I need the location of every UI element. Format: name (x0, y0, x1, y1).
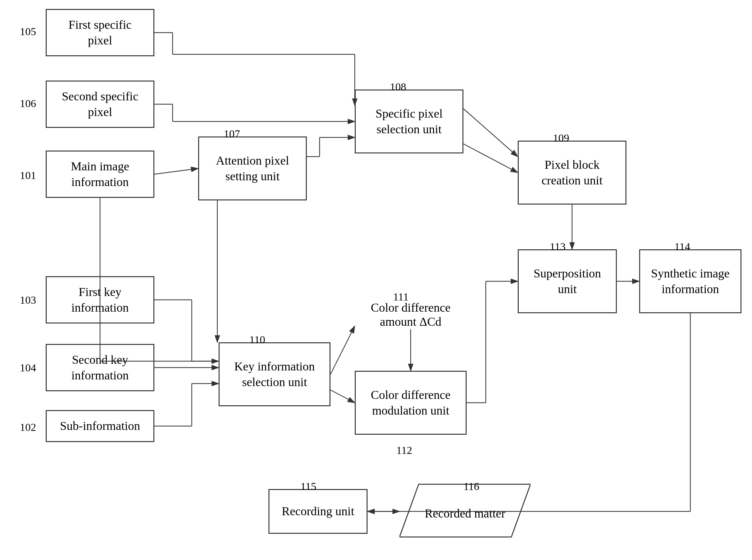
svg-line-15 (463, 144, 518, 173)
second-specific-pixel-box: Second specificpixel (46, 81, 154, 128)
svg-line-14 (463, 109, 518, 157)
ref-105: 105 (20, 25, 36, 38)
ref-110: 110 (249, 334, 265, 346)
synthetic-image-information-box: Synthetic imageinformation (639, 249, 741, 313)
color-difference-amount-label: Color differenceamount ΔCd (351, 300, 470, 328)
superposition-unit-box: Superpositionunit (518, 249, 617, 313)
sub-information-box: Sub-information (46, 410, 154, 442)
ref-112: 112 (396, 444, 412, 456)
svg-line-10 (154, 168, 198, 174)
second-key-information-box: Second keyinformation (46, 344, 154, 391)
svg-text:Recorded matter: Recorded matter (425, 507, 506, 520)
ref-102: 102 (20, 421, 36, 434)
ref-104: 104 (20, 362, 36, 374)
specific-pixel-selection-box: Specific pixelselection unit (355, 89, 463, 154)
ref-101: 101 (20, 169, 36, 182)
main-image-information-box: Main imageinformation (46, 151, 154, 198)
attention-pixel-setting-box: Attention pixelsetting unit (198, 137, 307, 200)
svg-line-23 (330, 390, 355, 403)
first-specific-pixel-box: First specificpixel (46, 9, 154, 56)
ref-109: 109 (553, 132, 569, 144)
pixel-block-creation-box: Pixel blockcreation unit (518, 141, 626, 204)
ref-114: 114 (674, 241, 690, 253)
diagram: First specificpixel 105 Second specificp… (0, 0, 752, 560)
ref-103: 103 (20, 294, 36, 306)
recording-unit-box: Recording unit (268, 489, 368, 534)
ref-111: 111 (393, 291, 408, 303)
ref-116: 116 (463, 480, 480, 493)
key-information-selection-box: Key informationselection unit (219, 342, 330, 406)
ref-113: 113 (550, 241, 566, 253)
ref-106: 106 (20, 98, 36, 109)
ref-108: 108 (390, 81, 406, 93)
color-difference-modulation-box: Color differencemodulation unit (355, 371, 467, 435)
first-key-information-box: First keyinformation (46, 276, 154, 323)
ref-115: 115 (300, 480, 317, 493)
ref-107: 107 (224, 128, 240, 140)
svg-line-22 (330, 326, 355, 374)
